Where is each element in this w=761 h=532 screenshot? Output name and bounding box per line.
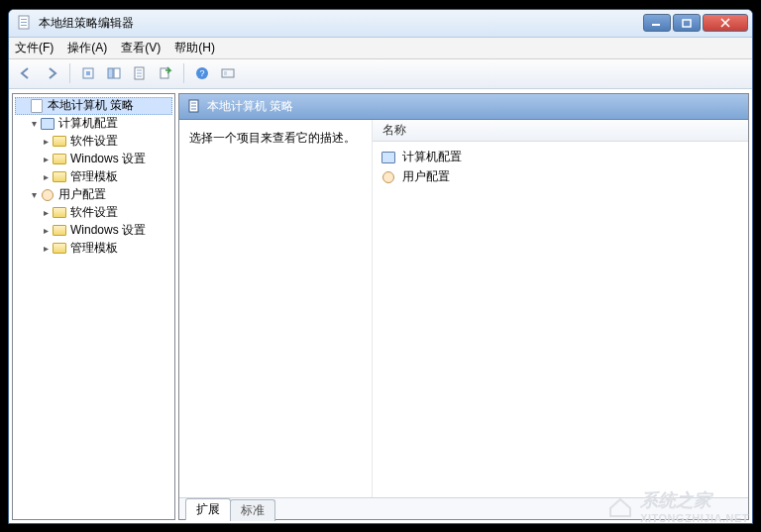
list-item[interactable]: 用户配置 bbox=[380, 167, 740, 187]
close-button[interactable] bbox=[703, 14, 748, 32]
list-pane: 名称 计算机配置 用户配置 bbox=[373, 120, 748, 497]
maximize-button[interactable] bbox=[673, 14, 701, 32]
description-pane: 选择一个项目来查看它的描述。 bbox=[179, 120, 373, 497]
list-item-label: 计算机配置 bbox=[402, 149, 462, 165]
expand-icon[interactable]: ▸ bbox=[41, 243, 51, 254]
svg-rect-15 bbox=[224, 71, 227, 75]
tree-item-label: 计算机配置 bbox=[58, 115, 118, 132]
tree-root[interactable]: ▸ 本地计算机 策略 bbox=[15, 97, 172, 115]
menu-help[interactable]: 帮助(H) bbox=[174, 40, 215, 56]
menu-action[interactable]: 操作(A) bbox=[67, 40, 107, 56]
window: 本地组策略编辑器 文件(F) 操作(A) 查看(V) 帮助(H) ? ▸ 本地计… bbox=[8, 9, 753, 524]
tree-item-label: Windows 设置 bbox=[70, 222, 146, 239]
tree-item-label: 管理模板 bbox=[70, 240, 118, 257]
properties-button[interactable] bbox=[129, 62, 151, 84]
expand-icon[interactable]: ▸ bbox=[41, 225, 51, 236]
window-buttons bbox=[643, 14, 748, 32]
expand-icon[interactable]: ▸ bbox=[41, 136, 51, 147]
back-button[interactable] bbox=[15, 62, 37, 84]
tab-extended[interactable]: 扩展 bbox=[185, 498, 231, 520]
user-icon bbox=[380, 169, 396, 185]
details-pane: 本地计算机 策略 选择一个项目来查看它的描述。 名称 计算机配置 bbox=[178, 93, 749, 520]
tree-root-label: 本地计算机 策略 bbox=[48, 97, 134, 114]
expand-icon[interactable]: ▸ bbox=[41, 154, 51, 164]
minimize-button[interactable] bbox=[643, 14, 671, 32]
toolbar-separator bbox=[183, 63, 184, 83]
tree-item-label: 软件设置 bbox=[70, 204, 118, 221]
menubar: 文件(F) 操作(A) 查看(V) 帮助(H) bbox=[9, 38, 752, 59]
tree-item-label: 用户配置 bbox=[58, 186, 106, 203]
list-items: 计算机配置 用户配置 bbox=[373, 142, 748, 193]
folder-icon bbox=[52, 223, 67, 239]
tree-windows-settings[interactable]: ▸ Windows 设置 bbox=[15, 151, 172, 168]
details-header: 本地计算机 策略 bbox=[179, 94, 748, 120]
content-area: ▸ 本地计算机 策略 ▾ 计算机配置 ▸ 软件设置 ▸ Windows 设置 ▸ bbox=[9, 89, 752, 523]
user-icon bbox=[40, 187, 55, 203]
tab-standard[interactable]: 标准 bbox=[230, 499, 275, 521]
document-icon bbox=[29, 98, 45, 114]
collapse-icon[interactable]: ▾ bbox=[29, 118, 39, 129]
up-level-button[interactable] bbox=[77, 62, 99, 84]
svg-rect-2 bbox=[21, 22, 27, 23]
list-item[interactable]: 计算机配置 bbox=[380, 148, 740, 167]
menu-view[interactable]: 查看(V) bbox=[121, 40, 161, 56]
tree-windows-settings[interactable]: ▸ Windows 设置 bbox=[15, 222, 172, 240]
forward-button[interactable] bbox=[41, 62, 62, 84]
details-body: 选择一个项目来查看它的描述。 名称 计算机配置 用户配置 bbox=[179, 120, 748, 497]
document-icon bbox=[187, 99, 201, 113]
description-text: 选择一个项目来查看它的描述。 bbox=[189, 131, 356, 145]
window-title: 本地组策略编辑器 bbox=[39, 15, 643, 32]
svg-rect-14 bbox=[222, 69, 234, 77]
tree-admin-templates[interactable]: ▸ 管理模板 bbox=[15, 168, 172, 186]
tree-admin-templates[interactable]: ▸ 管理模板 bbox=[15, 240, 172, 258]
filter-button[interactable] bbox=[217, 62, 239, 84]
svg-rect-7 bbox=[86, 71, 90, 75]
svg-rect-1 bbox=[21, 19, 27, 20]
folder-icon bbox=[52, 205, 67, 221]
svg-rect-9 bbox=[114, 68, 120, 78]
tree-item-label: 管理模板 bbox=[70, 168, 118, 185]
svg-rect-5 bbox=[683, 20, 691, 27]
tree-item-label: 软件设置 bbox=[70, 133, 118, 150]
help-button[interactable]: ? bbox=[191, 62, 213, 84]
details-header-title: 本地计算机 策略 bbox=[207, 98, 293, 115]
expand-icon[interactable]: ▸ bbox=[41, 207, 51, 218]
computer-icon bbox=[40, 116, 55, 132]
folder-icon bbox=[52, 152, 67, 167]
column-header-label: 名称 bbox=[382, 122, 406, 139]
menu-file[interactable]: 文件(F) bbox=[15, 40, 54, 56]
folder-icon bbox=[52, 169, 67, 185]
folder-icon bbox=[52, 241, 67, 257]
tree-item-label: Windows 设置 bbox=[70, 151, 146, 167]
svg-text:?: ? bbox=[199, 68, 204, 78]
svg-rect-3 bbox=[21, 25, 27, 26]
tree-pane[interactable]: ▸ 本地计算机 策略 ▾ 计算机配置 ▸ 软件设置 ▸ Windows 设置 ▸ bbox=[12, 93, 175, 520]
svg-rect-8 bbox=[108, 68, 113, 78]
titlebar: 本地组策略编辑器 bbox=[9, 10, 752, 38]
column-header-name[interactable]: 名称 bbox=[373, 120, 748, 142]
expand-icon[interactable]: ▸ bbox=[41, 171, 51, 182]
toolbar: ? bbox=[9, 59, 752, 89]
tree-user-config[interactable]: ▾ 用户配置 bbox=[15, 186, 172, 204]
app-icon bbox=[17, 15, 33, 31]
svg-rect-4 bbox=[652, 24, 660, 26]
tab-bar: 扩展 标准 bbox=[179, 497, 748, 519]
tree-software-settings[interactable]: ▸ 软件设置 bbox=[15, 204, 172, 222]
tree-computer-config[interactable]: ▾ 计算机配置 bbox=[15, 115, 172, 133]
toolbar-separator bbox=[69, 63, 70, 83]
folder-icon bbox=[52, 134, 67, 150]
show-hide-tree-button[interactable] bbox=[103, 62, 125, 84]
computer-icon bbox=[380, 150, 396, 165]
collapse-icon[interactable]: ▾ bbox=[29, 189, 39, 200]
export-button[interactable] bbox=[155, 62, 176, 84]
tree-software-settings[interactable]: ▸ 软件设置 bbox=[15, 133, 172, 151]
list-item-label: 用户配置 bbox=[402, 168, 450, 185]
